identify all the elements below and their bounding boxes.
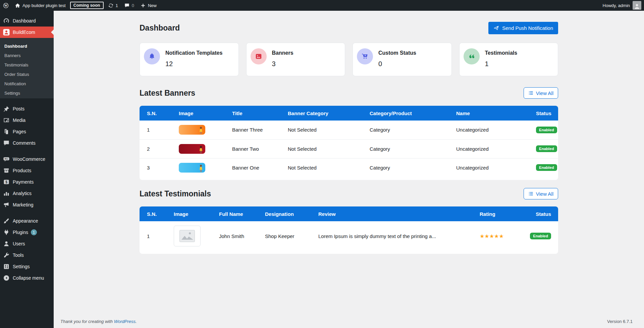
stat-label: Custom Status	[378, 50, 416, 56]
testimonials-view-all-button[interactable]: View All	[524, 188, 558, 199]
submenu-item-settings[interactable]: Settings	[0, 88, 54, 98]
testimonials-table-card: S.N. Image Full Name Designation Review …	[140, 206, 558, 254]
coming-soon-badge: Coming soon	[70, 2, 104, 9]
megaphone-icon	[3, 201, 10, 208]
banner-image	[179, 144, 205, 154]
sidebar-item-label: Analytics	[13, 191, 32, 196]
sidebar-item-plugins[interactable]: Plugins 1	[0, 227, 54, 238]
update-icon	[108, 3, 114, 8]
stat-label: Notification Templates	[165, 50, 222, 56]
woocommerce-icon: Woo	[3, 156, 10, 162]
stat-label: Banners	[272, 50, 293, 56]
sidebar-item-media[interactable]: Media	[0, 114, 54, 126]
sidebar-item-products[interactable]: Products	[0, 165, 54, 176]
sidebar-item-pages[interactable]: Pages	[0, 126, 54, 137]
submenu-item-testimonials[interactable]: Testimonials	[0, 60, 54, 69]
banner-image	[179, 125, 205, 135]
sidebar-item-collapse-menu[interactable]: Collapse menu	[0, 272, 54, 284]
banner-title: Banner One	[232, 158, 288, 177]
banner-category: Not Selected	[288, 121, 370, 139]
sidebar-item-buildecom[interactable]: BuildEcom	[0, 27, 54, 38]
avatar[interactable]	[633, 1, 641, 10]
sidebar-item-woocommerce[interactable]: Woo WooCommerce	[0, 153, 54, 165]
column-header-image: Image	[179, 106, 232, 121]
sidebar-item-marketing[interactable]: Marketing	[0, 199, 54, 210]
new-menu[interactable]: New	[137, 0, 160, 11]
banners-view-all-button[interactable]: View All	[524, 87, 558, 99]
sidebar-item-label: Products	[13, 168, 31, 173]
testimonials-table-header: S.N. Image Full Name Designation Review …	[140, 206, 558, 221]
banner-category-product: Category	[370, 139, 456, 158]
comment-count: 0	[132, 3, 134, 8]
column-header-status: Status	[523, 206, 558, 221]
sidebar-item-payments[interactable]: $ Payments	[0, 176, 54, 188]
sidebar-item-dashboard[interactable]: Dashboard	[0, 15, 54, 27]
pages-icon	[3, 128, 10, 135]
admin-bar: W App builder plugin test Coming soon 1 …	[0, 0, 644, 11]
sidebar-item-posts[interactable]: Posts	[0, 103, 54, 114]
user-icon	[3, 240, 10, 247]
wordpress-logo-icon: W	[3, 3, 9, 8]
person-figure	[199, 127, 203, 135]
sidebar-item-settings[interactable]: Settings	[0, 261, 54, 272]
banner-category-product: Category	[370, 121, 456, 139]
admin-sidebar: Dashboard BuildEcom Dashboard Banners Te…	[0, 11, 54, 328]
submenu-item-banners[interactable]: Banners	[0, 51, 54, 60]
sidebar-item-label: Plugins	[13, 230, 28, 235]
stat-card-banners: Banners 3	[246, 43, 345, 76]
sidebar-item-users[interactable]: Users	[0, 238, 54, 249]
person-figure	[199, 165, 203, 173]
banner-name: Uncategorized	[456, 121, 536, 139]
paintbrush-icon	[3, 218, 10, 224]
image-placeholder-icon	[179, 230, 195, 242]
banners-table: S.N. Image Title Banner Category Categor…	[140, 106, 558, 177]
sidebar-item-comments[interactable]: Comments	[0, 137, 54, 149]
wordpress-logo-menu[interactable]: W	[0, 0, 12, 11]
banner-title: Banner Two	[232, 139, 288, 158]
new-label: New	[148, 3, 157, 8]
banner-image	[179, 163, 205, 173]
column-header-full-name: Full Name	[219, 206, 265, 221]
banner-category-product: Category	[370, 158, 456, 177]
stat-card-testimonials: Testimonials 1	[459, 43, 558, 76]
testimonial-sn: 1	[140, 221, 174, 251]
rating-stars: ★★★★★	[480, 233, 504, 239]
plugins-update-badge: 1	[31, 229, 37, 235]
banners-table-header: S.N. Image Title Banner Category Categor…	[140, 106, 558, 121]
sidebar-item-label: Settings	[13, 264, 30, 269]
comments-menu[interactable]: 0	[121, 0, 137, 11]
submenu-item-order-status[interactable]: Order Status	[0, 69, 54, 79]
stat-label: Testimonials	[485, 50, 518, 56]
list-icon	[528, 191, 534, 196]
testimonial-review: Lorem Ipsum is simply dummy text of the …	[318, 221, 480, 251]
submenu-item-dashboard[interactable]: Dashboard	[0, 41, 54, 51]
column-header-banner-category: Banner Category	[288, 106, 370, 121]
person-figure	[199, 146, 203, 154]
sidebar-item-analytics[interactable]: Analytics	[0, 188, 54, 199]
send-push-notification-button[interactable]: Send Push Notification	[488, 22, 558, 34]
sidebar-item-label: Tools	[13, 252, 24, 258]
updates-menu[interactable]: 1	[105, 0, 121, 11]
howdy-admin[interactable]: Howdy, admin	[603, 3, 630, 8]
home-icon	[15, 3, 20, 8]
banner-row: 2 Banner Two Not Selected Category Uncat…	[140, 139, 558, 158]
image-icon	[251, 48, 267, 64]
stat-value: 12	[165, 60, 222, 68]
site-menu[interactable]: App builder plugin test	[12, 0, 69, 11]
wordpress-link[interactable]: WordPress	[114, 319, 136, 324]
sidebar-item-tools[interactable]: Tools	[0, 249, 54, 261]
testimonial-row: 1 John Smith Shop Keeper Lorem Ipsum is …	[140, 221, 558, 251]
media-icon	[3, 117, 10, 124]
sidebar-item-label: Appearance	[13, 218, 38, 224]
sidebar-item-label: Marketing	[13, 202, 33, 207]
buildecom-submenu: Dashboard Banners Testimonials Order Sta…	[0, 38, 54, 98]
sidebar-item-label: WooCommerce	[13, 156, 45, 162]
gauge-icon	[3, 17, 10, 24]
banner-sn: 1	[140, 121, 179, 139]
stat-value: 0	[378, 60, 416, 68]
sidebar-item-appearance[interactable]: Appearance	[0, 215, 54, 227]
sidebar-item-label: Payments	[13, 179, 34, 185]
footer-thanks: Thank you for creating with WordPress.	[60, 319, 137, 324]
testimonial-full-name: John Smith	[219, 221, 265, 251]
submenu-item-notification[interactable]: Notification	[0, 79, 54, 88]
